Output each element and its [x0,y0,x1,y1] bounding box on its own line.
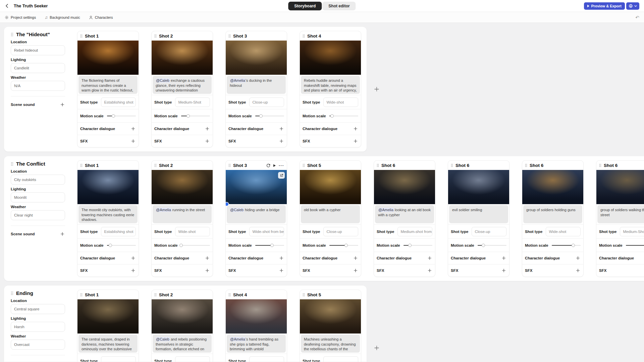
shot-type-value[interactable]: Wide-shot from below [249,227,284,236]
motion-scale-slider[interactable] [404,244,432,247]
shot-description[interactable]: Rebels huddle around a makeshift table, … [301,76,360,94]
add-sfx-button[interactable] [205,268,210,273]
motion-scale-slider[interactable] [255,114,284,118]
shot-image[interactable] [152,41,213,75]
drag-handle-icon[interactable] [451,164,453,167]
drag-handle-icon[interactable] [599,164,601,167]
weather-input[interactable]: Clear night [11,210,65,220]
back-button[interactable] [5,3,9,9]
add-sfx-button[interactable] [575,268,581,273]
drag-handle-icon[interactable] [228,293,231,297]
undo-icon[interactable]: ↶ [635,15,639,20]
drag-handle-icon[interactable] [377,164,379,167]
add-sfx-button[interactable] [353,138,358,144]
add-dialogue-button[interactable] [279,126,284,131]
shot-type-value[interactable]: Wide-shot [546,227,581,236]
slider-knob[interactable] [482,244,485,247]
add-sfx-button[interactable] [279,138,284,144]
add-dialogue-button[interactable] [279,255,284,261]
lighting-input[interactable]: Harsh [11,322,65,332]
shot-description[interactable]: @Amelia's hand trembling as she grips a … [227,335,286,353]
drag-handle-icon[interactable] [80,293,83,297]
tab-shot-editor[interactable]: Shot editor [322,2,356,10]
shot-description[interactable]: Machines unleashing a deafening cacophon… [301,335,360,353]
drag-handle-icon[interactable] [11,291,13,295]
drag-handle-icon[interactable] [228,34,231,38]
add-sfx-button[interactable] [130,268,136,273]
regenerate-icon[interactable] [266,164,270,168]
shot-image[interactable] [522,170,583,204]
add-dialogue-button[interactable] [205,255,210,261]
export-menu-button[interactable] [626,2,639,10]
shot-image[interactable] [152,170,213,204]
character-mention[interactable]: @Amelia [378,208,394,212]
slider-knob[interactable] [259,114,263,118]
slider-knob[interactable] [186,114,190,118]
motion-scale-slider[interactable] [626,244,644,247]
shot-type-value[interactable] [323,356,358,362]
shot-description[interactable]: evil soldier smiling [449,205,508,223]
expand-icon[interactable] [278,172,285,179]
shot-description[interactable]: group of soldiers walking the street [597,205,644,223]
shot-image[interactable] [77,299,139,334]
shot-image[interactable] [374,170,435,204]
shot-description[interactable]: The central square, draped in darkness, … [78,335,138,353]
add-shot-button[interactable] [373,344,381,352]
character-mention[interactable]: @Amelia [230,337,246,341]
preview-export-button[interactable]: Preview & Export [584,2,625,10]
shot-type-value[interactable]: Wide-shot [175,227,210,236]
shot-image[interactable] [226,170,287,204]
shot-description[interactable]: group of soldiers holding guns [523,205,582,223]
shot-type-value[interactable] [249,356,284,362]
add-dialogue-button[interactable] [130,255,136,261]
characters-button[interactable]: Characters [89,15,113,19]
character-mention[interactable]: @Caleb [230,208,244,212]
add-dialogue-button[interactable] [501,255,506,261]
add-sfx-button[interactable] [427,268,432,273]
add-scene-sound-button[interactable] [60,102,65,107]
shot-type-value[interactable]: Close-up [323,227,358,236]
drag-handle-icon[interactable] [11,162,13,166]
shot-description[interactable]: @Amelia looking at an old book with a cy… [375,205,434,223]
shot-image[interactable] [226,41,287,75]
add-sfx-button[interactable] [353,268,358,273]
project-settings-button[interactable]: Project settings [5,15,36,19]
shot-description[interactable]: old book with a cypher [301,205,360,223]
shot-description[interactable]: @Amelia's ducking in the hideout [227,76,286,94]
add-sfx-button[interactable] [279,268,284,273]
lighting-input[interactable]: Candlelit [11,63,65,73]
shot-type-value[interactable]: Medium-Shot [175,98,210,107]
shot-description[interactable]: @Amelia running in the street [153,205,212,223]
location-input[interactable]: Central square [11,304,65,314]
motion-scale-slider[interactable] [181,114,210,118]
weather-input[interactable]: N/A [11,81,65,91]
shot-type-value[interactable]: Close-up [249,98,284,107]
motion-scale-slider[interactable] [181,244,210,247]
add-sfx-button[interactable] [130,138,136,144]
shot-image[interactable] [300,41,361,75]
shot-image[interactable] [77,41,139,75]
more-icon[interactable]: ··· [279,165,284,166]
slider-knob[interactable] [344,244,348,247]
slider-knob[interactable] [270,244,274,247]
shot-description[interactable]: The moonlit city outskirts, with towerin… [78,205,138,223]
shot-type-value[interactable]: Establishing shot [101,98,136,107]
drag-handle-icon[interactable] [303,293,305,297]
scene-title[interactable]: The Conflict [16,161,45,167]
character-mention[interactable]: @Caleb [156,337,170,341]
play-shot-icon[interactable] [273,164,276,167]
shot-type-value[interactable] [175,356,210,362]
slider-knob[interactable] [179,244,183,247]
add-dialogue-button[interactable] [575,255,581,261]
scene-title[interactable]: Ending [16,290,33,296]
character-mention[interactable]: @Amelia [156,208,171,212]
add-shot-button[interactable] [373,85,381,93]
location-input[interactable]: Rebel hideout [11,45,65,55]
slider-knob[interactable] [330,114,334,118]
drag-handle-icon[interactable] [80,164,83,167]
shot-image[interactable] [300,299,361,334]
motion-scale-slider[interactable] [107,114,136,118]
shot-image[interactable] [300,170,361,204]
lighting-input[interactable]: Moonlit [11,192,65,202]
location-input[interactable]: City outskirts [11,175,65,185]
